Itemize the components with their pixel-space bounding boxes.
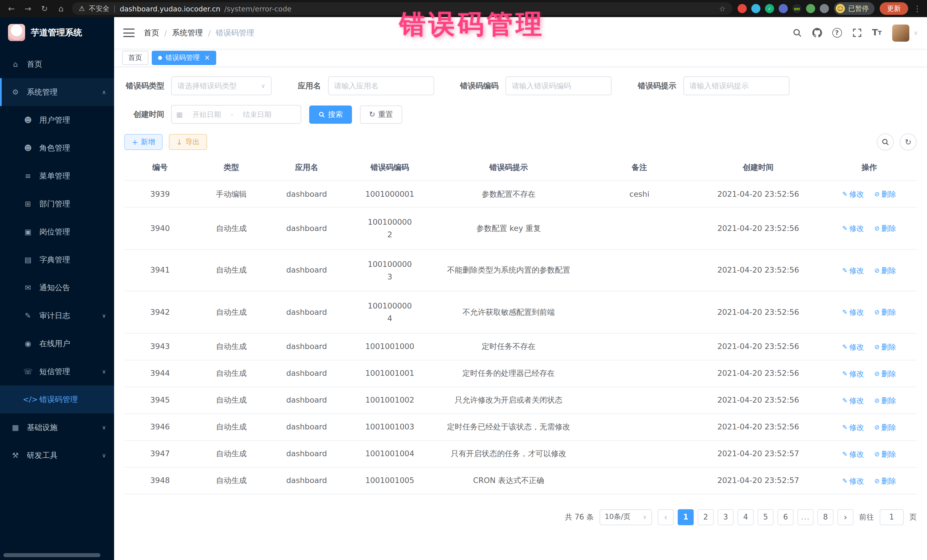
extension-leaf-icon[interactable] [806, 4, 815, 13]
page-button-2[interactable]: 2 [698, 509, 714, 525]
prev-page-button[interactable]: ‹ [658, 509, 674, 525]
delete-link[interactable]: ⊘删除 [874, 308, 896, 317]
goto-page-input[interactable] [880, 509, 904, 525]
logo-image [8, 24, 25, 41]
font-size-icon[interactable]: TT [872, 29, 881, 37]
browser-home-icon[interactable]: ⌂ [55, 4, 67, 13]
delete-link[interactable]: ⊘删除 [874, 342, 896, 352]
edit-link[interactable]: ✎修改 [842, 476, 864, 486]
delete-link[interactable]: ⊘删除 [874, 396, 896, 405]
fullscreen-icon[interactable] [852, 28, 862, 38]
breadcrumb-item[interactable]: 首页 [144, 28, 159, 38]
edit-link[interactable]: ✎修改 [842, 224, 864, 234]
page-button-4[interactable]: 4 [738, 509, 754, 525]
pager-ellipsis[interactable]: ... [798, 509, 813, 525]
edit-link[interactable]: ✎修改 [842, 266, 864, 275]
cell-type: 手动编辑 [196, 181, 267, 207]
sidebar-item-departments[interactable]: ⊞部门管理 [0, 190, 114, 218]
forward-icon[interactable]: → [22, 4, 33, 13]
extension-on-badge-icon[interactable]: on [792, 4, 801, 13]
refresh-button[interactable]: ↻ [900, 134, 917, 150]
bookmark-star-icon[interactable]: ☆ [719, 4, 726, 13]
edit-link[interactable]: ✎修改 [842, 189, 864, 199]
browser-update-button[interactable]: 更新 [880, 2, 908, 15]
select-placeholder: 请选择错误码类型 [178, 81, 261, 91]
close-icon[interactable]: × [204, 54, 210, 61]
tab-错误码管理[interactable]: 错误码管理× [152, 50, 216, 65]
delete-link[interactable]: ⊘删除 [874, 369, 896, 378]
sidebar-item-notice[interactable]: ✉通知公告 [0, 274, 114, 302]
github-icon[interactable] [812, 28, 822, 38]
sidebar-item-dictionary[interactable]: ▤字典管理 [0, 246, 114, 274]
delete-link[interactable]: ⊘删除 [874, 266, 896, 275]
delete-link[interactable]: ⊘删除 [874, 422, 896, 432]
edit-link[interactable]: ✎修改 [842, 422, 864, 432]
error-type-select[interactable]: 请选择错误码类型 ∨ [171, 76, 272, 95]
edit-link[interactable]: ✎修改 [842, 342, 864, 352]
sidebar-item-infrastructure[interactable]: ▦基础设施∨ [0, 413, 114, 442]
extension-check-icon[interactable]: ✓ [765, 4, 774, 13]
cell-code: 1001000002 [346, 207, 433, 249]
create-time-range-picker[interactable]: ▦ - [171, 105, 301, 124]
edit-link[interactable]: ✎修改 [842, 396, 864, 405]
sidebar-item-menus[interactable]: ≡菜单管理 [0, 162, 114, 190]
search-button[interactable]: 搜索 [309, 105, 352, 123]
page-size-select[interactable]: 10条/页 ∨ [600, 509, 652, 525]
sidebar-scrollbar[interactable] [3, 553, 100, 557]
address-bar[interactable]: ⚠ 不安全 | dashboard.yudao.iocoder.cn/syste… [72, 2, 732, 15]
cell-actions: ✎修改⊘删除 [822, 181, 917, 207]
profile-paused-badge[interactable]: ☺ 已暂停 [834, 2, 874, 15]
end-date-input[interactable] [235, 110, 279, 118]
reload-icon[interactable]: ↻ [39, 4, 50, 13]
back-icon[interactable]: ← [6, 4, 17, 13]
avatar[interactable] [892, 24, 909, 41]
add-button[interactable]: + 新增 [125, 134, 163, 150]
browser-menu-icon[interactable]: ⋮ [913, 4, 921, 13]
sidebar-item-dev-tools[interactable]: ⚒研发工具∨ [0, 442, 114, 469]
extension-red-icon[interactable] [738, 4, 747, 13]
edit-link[interactable]: ✎修改 [842, 308, 864, 317]
export-button[interactable]: ↓ 导出 [169, 134, 207, 150]
cell-app: dashboard [267, 333, 346, 360]
sidebar-item-error-code[interactable]: </>错误码管理 [0, 385, 114, 413]
cell-hint: 定时任务的处理器已经存在 [433, 360, 584, 387]
sidebar-item-system[interactable]: ⚙系统管理∧ [0, 78, 114, 106]
sidebar-item-audit-log[interactable]: ✎审计日志∨ [0, 302, 114, 329]
hamburger-menu-icon[interactable] [123, 29, 135, 37]
reset-button[interactable]: ↻ 重置 [360, 105, 402, 123]
sidebar-item-roles[interactable]: ☻角色管理 [0, 134, 114, 162]
extension-people-icon[interactable] [779, 4, 788, 13]
tab-首页[interactable]: 首页 [122, 50, 148, 65]
sidebar-item-users[interactable]: ☻用户管理 [0, 106, 114, 134]
delete-link[interactable]: ⊘删除 [874, 189, 896, 199]
app-name-input[interactable] [328, 76, 434, 95]
breadcrumb-item[interactable]: 系统管理 [172, 28, 203, 38]
error-hint-input[interactable] [683, 76, 789, 95]
delete-link[interactable]: ⊘删除 [874, 476, 896, 486]
delete-label: 删除 [881, 449, 896, 459]
delete-link[interactable]: ⊘删除 [874, 449, 896, 459]
sidebar-item-sms[interactable]: ☏短信管理∨ [0, 358, 114, 385]
next-page-button[interactable]: › [837, 509, 853, 525]
chevron-down-icon[interactable]: ∨ [913, 30, 918, 36]
page-button-1[interactable]: 1 [678, 509, 694, 525]
logo[interactable]: 芋道管理系统 [0, 17, 114, 48]
sidebar-item-online-users[interactable]: ◉在线用户 [0, 329, 114, 358]
page-button-3[interactable]: 3 [718, 509, 734, 525]
sidebar-item-home[interactable]: ⌂首页 [0, 50, 114, 78]
page-button-5[interactable]: 5 [758, 509, 774, 525]
cell-type: 自动生成 [196, 207, 267, 249]
error-code-input[interactable] [505, 76, 611, 95]
extension-puzzle-icon[interactable] [820, 4, 829, 13]
edit-link[interactable]: ✎修改 [842, 449, 864, 459]
edit-link[interactable]: ✎修改 [842, 369, 864, 378]
page-button-8[interactable]: 8 [818, 509, 833, 525]
start-date-input[interactable] [185, 110, 228, 118]
show-search-button[interactable] [877, 134, 894, 150]
page-button-6[interactable]: 6 [778, 509, 793, 525]
help-icon[interactable]: ? [832, 28, 842, 38]
sidebar-item-positions[interactable]: ▣岗位管理 [0, 218, 114, 246]
delete-link[interactable]: ⊘删除 [874, 224, 896, 234]
search-icon[interactable] [792, 28, 802, 38]
extension-drop-icon[interactable] [751, 4, 760, 13]
